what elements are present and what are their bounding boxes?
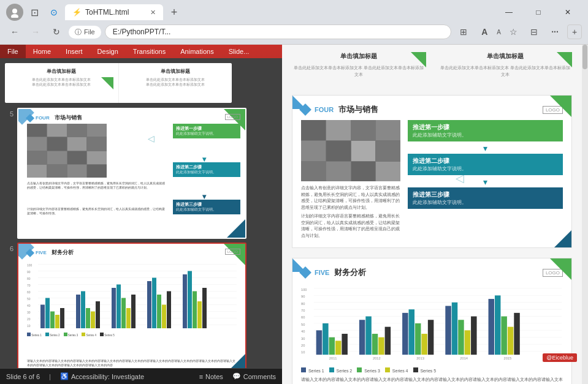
svg-rect-78: [365, 317, 371, 355]
ppt-tab-file[interactable]: File: [0, 45, 26, 58]
slide-thumbnail-5[interactable]: ◁ FOUR 市场与销售 LOGO: [17, 108, 246, 239]
more-button[interactable]: ···: [546, 23, 563, 40]
slide5-title: 市场与销售: [338, 104, 378, 115]
ppt-tab-design[interactable]: Design: [90, 45, 126, 58]
ppt-tab-transitions[interactable]: Transitions: [126, 45, 173, 58]
font-size-small-btn[interactable]: A: [497, 29, 501, 36]
slide5-arrow1: ▾: [408, 144, 563, 152]
svg-text:80: 80: [27, 277, 31, 280]
svg-text:2013: 2013: [416, 356, 424, 360]
notes-item[interactable]: ≡ Notes: [199, 373, 223, 380]
comments-item[interactable]: 💬 Comments: [232, 372, 276, 380]
svg-rect-31: [96, 301, 100, 328]
slide5-step2-box: 推进第二步骤 此处添加辅助文字说明。: [408, 154, 563, 175]
legend-series1: Series 1: [301, 367, 324, 373]
svg-text:60: 60: [301, 316, 305, 320]
slide5-body-text1: 点击输入有创意的详细文字内容，文字语言要整精感精炼，避免用长长空洞的词汇，给人以…: [301, 185, 400, 211]
svg-rect-42: [183, 274, 187, 328]
svg-rect-33: [116, 285, 121, 329]
svg-rect-24: [50, 312, 55, 329]
svg-rect-25: [55, 315, 59, 328]
slide5-image: [301, 120, 400, 181]
split-view-button[interactable]: ⊟: [525, 23, 543, 40]
svg-rect-72: [316, 331, 322, 355]
browser-toolbar: ← → ↻ ⓘ File E:/PythonPPT/T... ⊞ A A ☆ ⊟…: [0, 21, 588, 44]
svg-rect-27: [76, 295, 80, 328]
add-button[interactable]: +: [567, 24, 582, 39]
svg-rect-91: [471, 317, 476, 355]
ppt-bottom-bar: Slide 6 of 6 | ♿ Accessibility: Investig…: [0, 368, 282, 384]
svg-text:10: 10: [27, 324, 31, 328]
slide6-legend: Series 1 Series 2 Series 3 Series 4 Seri…: [301, 367, 563, 373]
slide5-step1-title: 推进第一步骤: [413, 123, 558, 132]
slide5-step2-title: 推进第二步骤: [413, 157, 558, 165]
slide-thumb-partial: 单击填加标题 单击此处添加文本单击本标添加文本单击此处添加文本单击本标添加文本 …: [5, 63, 232, 103]
svg-rect-46: [202, 288, 207, 328]
refresh-button[interactable]: ↻: [48, 23, 65, 40]
new-tab-button[interactable]: +: [166, 4, 183, 21]
info-icon: ⓘ: [75, 28, 82, 37]
browser-viewport: 单击填加标题 单击此处添加文本单击本标添加文本 单击此处添加文本单击本标添加文本…: [282, 45, 588, 384]
accessibility-item[interactable]: ♿ Accessibility: Investigate: [60, 372, 144, 380]
svg-text:50: 50: [301, 323, 305, 326]
slide-thumbnail-6[interactable]: FIVE 财务分析 LOGO 100 90 80 70: [17, 243, 246, 368]
forward-button[interactable]: →: [27, 23, 44, 40]
tab-title: ToHTML.html: [85, 8, 129, 17]
svg-text:50: 50: [27, 297, 31, 301]
svg-rect-37: [147, 281, 151, 328]
maximize-button[interactable]: □: [524, 4, 552, 21]
scrollbar-track[interactable]: [582, 45, 588, 384]
svg-rect-77: [359, 320, 365, 355]
ppt-tab-slide[interactable]: Slide...: [221, 45, 257, 58]
ppt-tab-insert[interactable]: Insert: [58, 45, 90, 58]
svg-point-0: [12, 9, 17, 13]
svg-rect-23: [45, 298, 50, 329]
ppt-panel: File Home Insert Design Transitions Anim…: [0, 45, 282, 384]
svg-rect-79: [372, 334, 378, 355]
slide6-chart: 100 90 80 70 60 50 40 30 20 10: [301, 283, 563, 363]
svg-rect-90: [465, 331, 470, 355]
svg-text:10: 10: [301, 351, 305, 355]
svg-rect-76: [342, 334, 347, 355]
font-size-button[interactable]: A: [476, 23, 493, 40]
browser-tab[interactable]: ⚡ ToHTML.html ✕: [65, 4, 163, 20]
bookmark-button[interactable]: ☆: [505, 23, 522, 40]
close-button[interactable]: ✕: [554, 4, 582, 21]
slide5-step3-sub: 此处添加辅助文字说明。: [413, 199, 558, 206]
svg-text:30: 30: [27, 311, 31, 314]
svg-rect-36: [131, 295, 136, 328]
minimize-button[interactable]: —: [495, 4, 523, 21]
ppt-tab-animations[interactable]: Animations: [173, 45, 221, 58]
ppt-tab-home[interactable]: Home: [26, 45, 58, 58]
slide5-image-area: 点击输入有创意的详细文字内容，文字语言要整精感精炼，避免用长长空洞的词汇，给人以…: [301, 120, 400, 239]
svg-rect-45: [197, 301, 202, 328]
comments-label: Comments: [243, 373, 276, 380]
file-info: ⓘ File: [69, 26, 101, 39]
slide6-header: FIVE 财务分析 LOGO: [301, 267, 563, 278]
slide-number-6: 6: [5, 243, 13, 252]
scrollbar-thumb[interactable]: [582, 45, 587, 69]
tab-close-btn[interactable]: ✕: [150, 9, 156, 17]
url-bar[interactable]: E:/PythonPPT/T...: [105, 24, 452, 39]
legend-series3: Series 3: [357, 367, 380, 373]
svg-rect-22: [40, 305, 45, 329]
svg-rect-96: [514, 313, 519, 355]
ppt-ribbon-tabs: File Home Insert Design Transitions Anim…: [0, 45, 256, 58]
ppt-ribbon: File Home Insert Design Transitions Anim…: [0, 45, 282, 58]
back-button[interactable]: ←: [6, 23, 23, 40]
svg-text:60: 60: [27, 290, 31, 294]
slide5-step2-sub: 此处添加辅助文字说明。: [413, 165, 558, 172]
svg-rect-80: [378, 337, 384, 355]
slide5-body-text2: 计划的详细文字内容语言要整精感精炼，避免用长长空洞的词汇，给人以真实成就感的感受…: [301, 213, 400, 239]
main-area: File Home Insert Design Transitions Anim…: [0, 45, 588, 384]
profile-icon[interactable]: ⊡: [26, 4, 43, 21]
browser-icon[interactable]: ⊙: [45, 4, 63, 21]
slide5-body: 点击输入有创意的详细文字内容，文字语言要整精感精炼，避免用长长空洞的词汇，给人以…: [301, 120, 563, 239]
profile-avatar[interactable]: [6, 4, 23, 21]
comments-icon: 💬: [232, 372, 241, 380]
svg-text:20: 20: [27, 317, 31, 321]
translate-button[interactable]: ⊞: [455, 23, 472, 40]
svg-rect-26: [60, 308, 64, 328]
svg-rect-92: [489, 299, 494, 355]
window-controls: — □ ✕: [495, 4, 582, 21]
